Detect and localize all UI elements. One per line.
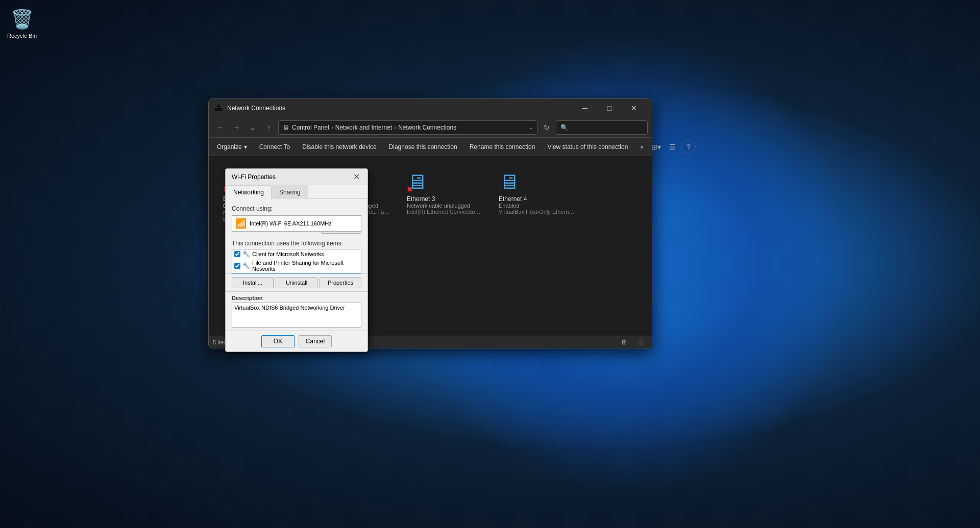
- desktop: 🗑️ Recycle Bin 🖧 Network Connections ─ □…: [0, 0, 980, 528]
- dialog-footer: OK Cancel: [226, 331, 368, 351]
- description-box: VirtualBox NDIS6 Bridged Networking Driv…: [232, 302, 361, 328]
- toolbar-right: ⊞▾ ☰ ?: [649, 140, 696, 154]
- adapter-ethernet4-desc: VirtualBox Host-Only Ethernet Ad...: [499, 209, 575, 215]
- recent-button[interactable]: ⌄: [246, 120, 260, 135]
- adapter-ethernet3-desc: Intel(R) Ethernet Connection (17) ...: [407, 209, 483, 215]
- adapter-ethernet4-icon: 🖥: [499, 170, 519, 193]
- connect-to-button[interactable]: Connect To: [255, 140, 295, 154]
- list-item-0[interactable]: 🔧Client for Microsoft Networks: [232, 249, 361, 259]
- organize-label: Organize: [217, 143, 242, 150]
- disable-device-button[interactable]: Disable this network device: [298, 140, 380, 154]
- address-path[interactable]: 🖥 Control Panel › Network and Internet ›…: [278, 120, 537, 135]
- view-mode-button[interactable]: ⊞▾: [649, 140, 663, 154]
- close-button[interactable]: ✕: [622, 101, 646, 115]
- list-item-icon-0: 🔧: [242, 250, 250, 258]
- list-item-label-0: Client for Microsoft Networks: [252, 251, 324, 257]
- dialog-title: Wi-Fi Properties: [232, 173, 351, 181]
- refresh-button[interactable]: ↻: [540, 120, 554, 135]
- status-view-btn-2[interactable]: ☰: [633, 335, 648, 349]
- recycle-bin-image: 🗑️: [10, 7, 34, 32]
- install-label: Install...: [243, 280, 262, 286]
- status-right-icons: ⊞ ☰: [617, 335, 648, 349]
- adapter-ethernet3-status: Network cable unplugged: [407, 203, 470, 209]
- items-list[interactable]: 🔧Client for Microsoft Networks🔧File and …: [232, 249, 361, 273]
- ok-button[interactable]: OK: [261, 335, 295, 347]
- connect-using-label: Connect using:: [232, 205, 361, 212]
- search-icon: 🔍: [560, 124, 568, 131]
- wifi-properties-dialog: Wi-Fi Properties ✕ Networking Sharing Co…: [225, 168, 368, 352]
- adapter-ethernet3[interactable]: 🖥 ✖ Ethernet 3 Network cable unplugged I…: [403, 166, 484, 226]
- rename-label: Rename this connection: [470, 143, 535, 150]
- uninstall-button[interactable]: Uninstall: [276, 277, 317, 288]
- diagnose-label: Diagnose this connection: [389, 143, 457, 150]
- adapter-ethernet3-name: Ethernet 3: [407, 195, 435, 203]
- status-view-btn-1[interactable]: ⊞: [617, 335, 631, 349]
- adapter-ethernet4-icon-row: 🖥: [499, 170, 519, 193]
- tab-networking-label: Networking: [233, 189, 264, 196]
- cancel-label: Cancel: [306, 338, 325, 345]
- recycle-bin-icon[interactable]: 🗑️ Recycle Bin: [5, 5, 39, 41]
- path-network-internet: Network and Internet: [335, 124, 392, 131]
- window-title: Network Connections: [227, 105, 573, 112]
- view-status-label: View status of this connection: [547, 143, 628, 150]
- disable-label: Disable this network device: [302, 143, 376, 150]
- description-text: VirtualBox NDIS6 Bridged Networking Driv…: [234, 305, 345, 311]
- view-status-button[interactable]: View status of this connection: [543, 140, 632, 154]
- wifi-adapter-icon: 📶: [235, 218, 247, 229]
- ok-label: OK: [274, 338, 282, 345]
- more-label: »: [640, 143, 644, 150]
- details-view-button[interactable]: ☰: [665, 140, 679, 154]
- description-label: Description: [232, 295, 361, 301]
- path-sep-1: ›: [331, 124, 333, 131]
- address-bar: ← → ⌄ ↑ 🖥 Control Panel › Network and In…: [209, 117, 652, 138]
- cancel-button[interactable]: Cancel: [299, 335, 332, 347]
- recycle-bin-label: Recycle Bin: [7, 33, 37, 39]
- path-network-connections: Network Connections: [398, 124, 456, 131]
- wifi-adapter-name: Intel(R) Wi-Fi 6E AX211 160MHz: [250, 220, 332, 227]
- diagnose-button[interactable]: Diagnose this connection: [385, 140, 461, 154]
- install-button[interactable]: Install...: [232, 277, 274, 288]
- title-bar-controls: ─ □ ✕: [573, 101, 646, 115]
- dialog-title-bar: Wi-Fi Properties ✕: [226, 169, 368, 185]
- up-button[interactable]: ↑: [262, 120, 276, 135]
- search-box[interactable]: 🔍: [556, 120, 648, 135]
- minimize-button[interactable]: ─: [573, 101, 597, 115]
- dialog-action-buttons: Install... Uninstall Properties: [226, 273, 368, 291]
- title-bar: 🖧 Network Connections ─ □ ✕: [209, 99, 652, 117]
- organize-button[interactable]: Organize ▾: [213, 140, 251, 154]
- dialog-close-button[interactable]: ✕: [351, 172, 361, 182]
- maximize-button[interactable]: □: [598, 101, 621, 115]
- dialog-tabs: Networking Sharing: [226, 185, 368, 199]
- path-control-panel: Control Panel: [292, 124, 329, 131]
- back-button[interactable]: ←: [213, 120, 227, 135]
- list-item-checkbox-1[interactable]: [234, 263, 240, 269]
- path-sep-2: ›: [394, 124, 396, 131]
- uninstall-label: Uninstall: [286, 280, 307, 286]
- items-label: This connection uses the following items…: [232, 240, 361, 247]
- tab-sharing-label: Sharing: [279, 189, 300, 196]
- adapter-ethernet4[interactable]: 🖥 Ethernet 4 Enabled VirtualBox Host-Onl…: [495, 166, 576, 226]
- list-item-icon-1: 🔧: [242, 262, 250, 269]
- tab-sharing[interactable]: Sharing: [272, 185, 308, 199]
- rename-button[interactable]: Rename this connection: [465, 140, 540, 154]
- adapter-ethernet4-status: Enabled: [499, 203, 519, 209]
- adapter-ethernet4-name: Ethernet 4: [499, 195, 527, 203]
- toolbar: Organize ▾ Connect To Disable this netwo…: [209, 138, 652, 156]
- window-icon: 🖧: [215, 104, 223, 112]
- help-button[interactable]: ?: [681, 140, 696, 154]
- more-button[interactable]: »: [636, 140, 648, 154]
- ethernet3-x-icon: ✖: [407, 185, 413, 193]
- adapter-ethernet3-icon-row: 🖥 ✖: [407, 170, 427, 193]
- forward-button[interactable]: →: [229, 120, 243, 135]
- list-item-1[interactable]: 🔧File and Printer Sharing for Microsoft …: [232, 259, 361, 273]
- tab-networking[interactable]: Networking: [226, 185, 272, 199]
- path-icon: 🖥: [283, 123, 290, 132]
- list-item-checkbox-0[interactable]: [234, 251, 240, 257]
- properties-button[interactable]: Properties: [320, 277, 361, 288]
- connect-to-label: Connect To: [259, 143, 290, 150]
- path-dropdown-icon[interactable]: ⌄: [529, 124, 533, 130]
- properties-label: Properties: [328, 280, 353, 286]
- adapter-row: 📶 Intel(R) Wi-Fi 6E AX211 160MHz: [232, 215, 361, 232]
- description-area: Description VirtualBox NDIS6 Bridged Net…: [226, 291, 368, 331]
- organize-dropdown-icon: ▾: [244, 143, 247, 150]
